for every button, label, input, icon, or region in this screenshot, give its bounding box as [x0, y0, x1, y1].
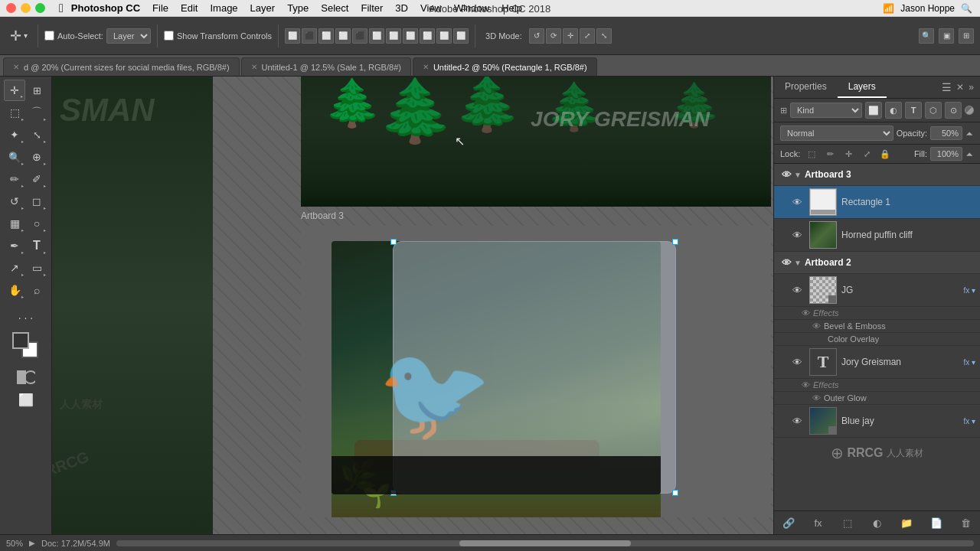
maximize-button[interactable]	[35, 3, 45, 13]
gradient-tool[interactable]: ▦ ▸	[4, 213, 25, 234]
tab-3-close[interactable]: ✕	[423, 63, 429, 71]
move-tool[interactable]: ✛ ▸	[4, 80, 25, 101]
opacity-input[interactable]: 50%	[930, 126, 962, 140]
menu-help[interactable]: Help	[501, 2, 522, 14]
history-brush-tool[interactable]: ↺ ▸	[4, 191, 25, 212]
auto-select-dropdown[interactable]: Layer	[106, 28, 151, 44]
lock-all-btn[interactable]: 🔒	[878, 147, 892, 161]
crop-tool[interactable]: ⤡ ▸	[26, 124, 47, 145]
align-right-btn[interactable]: ⬜	[369, 28, 384, 44]
panel-close-icon[interactable]: ✕	[956, 82, 964, 93]
screen-mode-btn[interactable]: ⬜	[15, 389, 37, 410]
blend-mode-dropdown[interactable]: Normal	[780, 126, 893, 141]
lock-pixels-btn[interactable]: ⬚	[805, 147, 818, 161]
lock-artboard-btn[interactable]: ✛	[841, 147, 855, 161]
jory-effects-visibility[interactable]: 👁	[802, 380, 810, 390]
transform-handle-tl[interactable]	[390, 239, 397, 245]
show-transform-input[interactable]	[164, 31, 174, 41]
foreground-color[interactable]	[12, 332, 29, 349]
auto-select-checkbox[interactable]: Auto-Select: Layer	[44, 28, 151, 44]
app-name[interactable]: Photoshop CC	[71, 2, 140, 14]
align-left-btn[interactable]: ⬜	[335, 28, 351, 44]
jory-visibility[interactable]: 👁	[789, 354, 805, 370]
distribute-h-btn[interactable]: ⬜	[386, 28, 401, 44]
distribute-he-btn[interactable]: ⬜	[453, 28, 469, 44]
scroll-bar-h[interactable]	[116, 540, 974, 546]
transform-handle-tr[interactable]	[672, 239, 678, 245]
clone-stamp-tool[interactable]: ✐ ▸	[26, 168, 47, 190]
rectangle1-layer[interactable]: 👁 Rectangle 1	[774, 186, 980, 219]
3d-rotate-btn[interactable]: ↺	[529, 28, 544, 44]
minimize-button[interactable]	[21, 3, 31, 13]
menu-filter[interactable]: Filter	[361, 2, 383, 14]
layer-style-btn[interactable]: fx	[810, 514, 827, 531]
spot-heal-tool[interactable]: ⊕ ▸	[26, 146, 47, 168]
distribute-vc-btn[interactable]: ⬜	[436, 28, 452, 44]
zoom-arrow[interactable]: ▶	[29, 539, 35, 547]
bluejay-visibility[interactable]: 👁	[789, 413, 805, 429]
filter-toggle[interactable]	[965, 106, 974, 115]
auto-select-input[interactable]	[44, 31, 54, 41]
jg-visibility[interactable]: 👁	[789, 282, 805, 298]
layout-btn[interactable]: ▣	[939, 28, 954, 44]
bluejay-layer[interactable]: 👁 Blue jay fx ▾	[774, 405, 980, 438]
align-bottom-btn[interactable]: ⬜	[318, 28, 334, 44]
outerglow-visibility[interactable]: 👁	[812, 393, 821, 403]
rectangle1-visibility[interactable]: 👁	[789, 194, 805, 210]
jory-outer-glow[interactable]: 👁 Outer Glow	[774, 392, 980, 405]
fill-input[interactable]: 100%	[930, 147, 962, 161]
path-select-tool[interactable]: ↗ ▸	[4, 257, 25, 279]
menu-image[interactable]: Image	[210, 2, 237, 14]
type-tool[interactable]: T ▸	[26, 235, 47, 256]
canvas-area[interactable]: SMAN RRCG 人人素材 Artboard 3 🌲 🌲 🌲 🌲 🌲 JORY…	[52, 77, 773, 534]
rectangle-tool[interactable]: ▭ ▸	[26, 257, 47, 279]
artboard3-expand[interactable]: ▼	[794, 171, 802, 179]
smart-filter-btn[interactable]: ⊙	[945, 102, 962, 119]
workspace-btn[interactable]: ⊞	[959, 28, 974, 44]
search-panel-btn[interactable]: 🔍	[919, 28, 934, 44]
link-layers-btn[interactable]: 🔗	[780, 514, 797, 531]
add-adjustment-btn[interactable]: ◐	[869, 514, 886, 531]
quick-mask-btn[interactable]	[15, 367, 37, 388]
close-button[interactable]	[6, 3, 16, 13]
hand-tool[interactable]: ✋ ▸	[4, 279, 25, 301]
jg-color-overlay[interactable]: Color Overlay	[774, 333, 980, 346]
tab-2-close[interactable]: ✕	[251, 63, 257, 71]
horned-puffin-layer[interactable]: 👁 Horned puffin cliff	[774, 219, 980, 252]
3d-roll-btn[interactable]: ⟳	[546, 28, 561, 44]
shape-filter-btn[interactable]: ⬡	[925, 102, 942, 119]
color-swatches[interactable]	[12, 332, 40, 360]
artboard3-canvas[interactable]: RRCG 人人素材 RRCG RRCG 🌿 🌱 🐦	[301, 226, 771, 517]
tab-3[interactable]: ✕ Untitled-2 @ 50% (Rectangle 1, RGB/8#)	[413, 57, 597, 76]
tab-1[interactable]: ✕ d @ 20% (Current sizes for social medi…	[3, 57, 240, 76]
distribute-hc-btn[interactable]: ⬜	[420, 28, 435, 44]
panel-menu-icon[interactable]: ☰	[942, 81, 952, 93]
dodge-tool[interactable]: ○ ▸	[26, 213, 47, 234]
align-vcenter-btn[interactable]: ⬛	[302, 28, 317, 44]
zoom-tool[interactable]: ⌕	[26, 279, 47, 301]
puffin-visibility[interactable]: 👁	[789, 227, 805, 243]
adjustment-filter-btn[interactable]: ◐	[885, 102, 902, 119]
fill-stepper[interactable]: ⏶	[965, 149, 974, 158]
extras-tool[interactable]: · · ·	[15, 307, 37, 328]
jg-bevel-emboss[interactable]: 👁 Bevel & Emboss	[774, 320, 980, 333]
tab-2[interactable]: ✕ Untitled-1 @ 12.5% (Sale 1, RGB/8#)	[241, 57, 411, 76]
layers-tab[interactable]: Layers	[838, 77, 887, 98]
pixel-filter-btn[interactable]: ⬜	[865, 102, 882, 119]
artboard2-group-header[interactable]: 👁 ▼ Artboard 2	[774, 252, 980, 274]
new-group-btn[interactable]: 📁	[898, 514, 915, 531]
opacity-stepper[interactable]: ⏶	[965, 129, 974, 138]
artboard-tool[interactable]: ⊞	[26, 80, 47, 101]
artboard2-expand[interactable]: ▼	[794, 259, 802, 267]
menu-type[interactable]: Type	[287, 2, 309, 14]
jory-greisman-layer[interactable]: 👁 T Jory Greisman fx ▾	[774, 346, 980, 379]
menu-edit[interactable]: Edit	[181, 2, 198, 14]
lock-move-btn[interactable]: ⤢	[860, 147, 874, 161]
align-hcenter-btn[interactable]: ⬛	[352, 28, 368, 44]
3d-scale-btn[interactable]: ⤡	[596, 28, 612, 44]
add-mask-btn[interactable]: ⬚	[839, 514, 856, 531]
properties-tab[interactable]: Properties	[774, 77, 838, 98]
artboard3-group-header[interactable]: 👁 ▼ Artboard 3	[774, 164, 980, 186]
menu-layer[interactable]: Layer	[250, 2, 276, 14]
menu-3d[interactable]: 3D	[395, 2, 408, 14]
